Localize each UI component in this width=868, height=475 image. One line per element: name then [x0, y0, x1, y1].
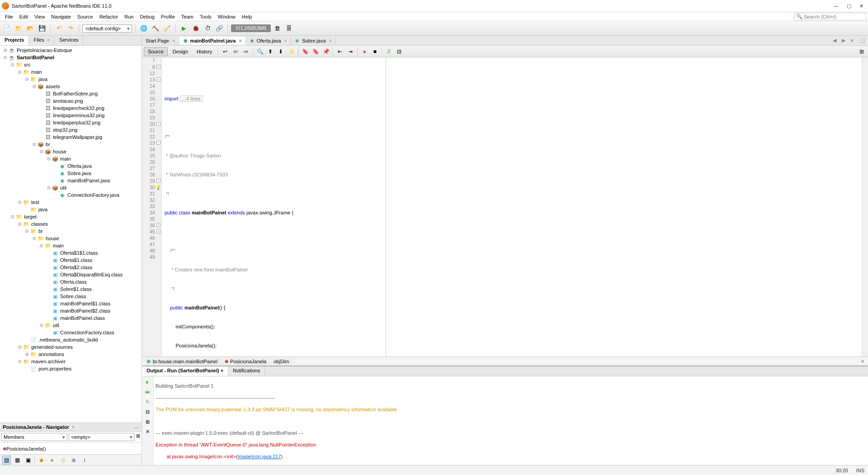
breadcrumb-item[interactable]: ◆PosicionaJanela — [222, 357, 270, 365]
history-view-button[interactable]: History — [193, 48, 216, 56]
stacktrace-link[interactable]: ImageIcon.java:217 — [238, 454, 281, 459]
close-icon[interactable]: × — [284, 38, 287, 43]
rerun-debug-icon[interactable]: ⏭ — [144, 388, 151, 395]
collapse-icon[interactable]: ⊟ — [3, 55, 8, 60]
shift-left-icon[interactable]: ⇤ — [335, 47, 344, 56]
nav-show-icon[interactable]: ▣ — [24, 456, 33, 465]
tree-item[interactable]: anotacao.png — [53, 98, 83, 104]
tree-item[interactable]: house — [46, 236, 59, 241]
breadcrumb-item[interactable]: ◉br.house.main.mainBotPainel — [144, 357, 221, 365]
redo-icon[interactable]: ↷ — [66, 24, 75, 33]
maximize-icon[interactable]: ⬜ — [856, 38, 868, 43]
menu-debug[interactable]: Debug — [137, 14, 157, 19]
tab-files[interactable]: Files× — [29, 36, 55, 45]
close-icon[interactable]: × — [72, 424, 75, 430]
fold-icon[interactable]: + — [156, 223, 160, 227]
menu-navigate[interactable]: Navigate — [48, 14, 74, 19]
tree-item[interactable]: src — [24, 62, 31, 67]
minimize-icon[interactable]: — — [134, 424, 139, 430]
tab-mainbotpainel[interactable]: ◉mainBotPainel.java× — [179, 37, 245, 45]
menu-profile[interactable]: Profile — [158, 14, 178, 19]
tree-item[interactable]: ConnectionFactory.java — [67, 192, 119, 198]
tree-item[interactable]: Oferta.java — [67, 163, 92, 169]
tab-projects[interactable]: Projects — [0, 36, 29, 45]
clean-build-icon[interactable]: 🧹 — [162, 24, 172, 33]
find-sel-icon[interactable]: 🔍 — [255, 47, 264, 56]
undo-icon[interactable]: ↶ — [54, 24, 64, 33]
nav-sort-icon[interactable]: ▦ — [13, 456, 22, 465]
fold-icon[interactable]: − — [156, 122, 160, 126]
tree-item[interactable]: maven-archiver — [31, 359, 66, 364]
tab-start-page[interactable]: Start Page× — [142, 37, 179, 45]
tree-item[interactable]: ProjetoIniciacao-Estoque — [17, 48, 72, 53]
code-editor[interactable]: 7 8+ 12 13− 14 15 16 17 18 19 20− 21 22 … — [142, 57, 868, 356]
toggle-bookmark-icon[interactable]: 📌 — [321, 47, 330, 56]
close-icon[interactable]: × — [239, 38, 241, 43]
fold-icon[interactable]: − — [156, 77, 160, 81]
save-icon[interactable]: ⊟ — [144, 408, 151, 415]
last-edit-icon[interactable]: ↩ — [221, 47, 230, 56]
tree-item[interactable]: ConnectionFactory.class — [60, 330, 114, 335]
fold-icon[interactable]: − — [156, 179, 160, 183]
next-bookmark-icon[interactable]: 🔖 — [311, 47, 320, 56]
tree-item[interactable]: Oferta$DisparaBtnEsq.class — [60, 272, 123, 277]
toggle-hl-icon[interactable]: ✨ — [287, 47, 296, 56]
uncomment-icon[interactable]: ⊟ — [395, 47, 404, 56]
tree-item[interactable]: Oferta$1$1.class — [60, 250, 98, 256]
tree-item[interactable]: generated-sources — [31, 344, 73, 350]
menu-refactor[interactable]: Refactor — [96, 14, 122, 19]
tree-item[interactable]: br — [46, 142, 50, 147]
nav-icon[interactable]: ↕ — [80, 456, 89, 465]
attach-icon[interactable]: 🔗 — [214, 24, 224, 33]
menu-help[interactable]: Help — [239, 14, 255, 19]
tree-item[interactable]: stop32.png — [53, 127, 77, 133]
save-all-icon[interactable]: 💾 — [37, 24, 47, 33]
tree-item[interactable]: mainBotPainel$2.class — [60, 308, 110, 314]
tree-item[interactable]: .netbeans_automatic_build — [38, 337, 98, 342]
tree-item[interactable]: linedpapercheck32.png — [53, 105, 104, 111]
find-prev-icon[interactable]: ⬆ — [266, 47, 275, 56]
search-box[interactable]: 🔍 — [794, 13, 866, 20]
tree-item[interactable]: util — [60, 185, 66, 190]
tree-item[interactable]: Sobre$1.class — [60, 286, 92, 292]
globe-icon[interactable]: 🌐 — [139, 24, 149, 33]
tree-item[interactable]: assets — [46, 84, 60, 89]
nav-icon[interactable]: ◇ — [58, 456, 67, 465]
tree-item[interactable]: SartoriBotPanel — [17, 55, 54, 60]
line-gutter[interactable]: 7 8+ 12 13− 14 15 16 17 18 19 20− 21 22 … — [142, 57, 162, 356]
clear-icon[interactable]: ✕ — [144, 428, 151, 435]
prev-tab-icon[interactable]: ◀ — [830, 38, 839, 43]
tree-item[interactable]: classes — [31, 221, 48, 227]
new-project-icon[interactable]: 📁 — [14, 24, 24, 33]
tree-item[interactable]: linedpaperminus32.png — [53, 113, 104, 118]
tree-item[interactable]: Oferta$2.class — [60, 265, 92, 270]
tree-item[interactable]: pom.properties — [38, 366, 71, 371]
tree-item[interactable]: Sobre.class — [60, 294, 86, 299]
close-breadcrumb-icon[interactable]: × — [859, 358, 866, 365]
tree-item[interactable]: mainBotPainel.class — [60, 315, 105, 321]
close-icon[interactable]: × — [221, 368, 223, 373]
code-content[interactable]: import ...4 lines /** * @author Thiago S… — [162, 57, 862, 356]
next-tab-icon[interactable]: ▶ — [839, 38, 848, 43]
menu-edit[interactable]: Edit — [16, 14, 31, 19]
tree-item[interactable]: linedpaperplus32.png — [53, 120, 100, 125]
menu-view[interactable]: View — [31, 14, 48, 19]
tree-item[interactable]: BotFatherSobre.png — [53, 91, 98, 96]
tree-item[interactable]: main — [53, 243, 64, 248]
nav-icon[interactable]: ● — [47, 456, 57, 465]
tree-item[interactable]: Oferta$1.class — [60, 257, 92, 263]
tree-item[interactable]: main — [31, 69, 42, 75]
macro-stop-icon[interactable]: ■ — [370, 47, 379, 56]
tree-item[interactable]: java — [38, 76, 47, 82]
fold-icon[interactable]: − — [156, 141, 160, 145]
tab-list-icon[interactable]: ▾ — [848, 38, 856, 43]
profile-icon[interactable]: ⏱ — [203, 24, 212, 33]
tab-notifications[interactable]: Notifications — [228, 366, 265, 376]
design-view-button[interactable]: Design — [169, 48, 192, 56]
menu-file[interactable]: File — [2, 14, 16, 19]
empty-combo[interactable]: <empty> — [69, 433, 135, 441]
source-view-button[interactable]: Source — [144, 47, 168, 56]
tree-item[interactable]: telegramWallpaper.jpg — [53, 134, 102, 140]
minimize-button[interactable]: — — [834, 3, 839, 9]
build-icon[interactable]: 🔨 — [151, 24, 160, 33]
